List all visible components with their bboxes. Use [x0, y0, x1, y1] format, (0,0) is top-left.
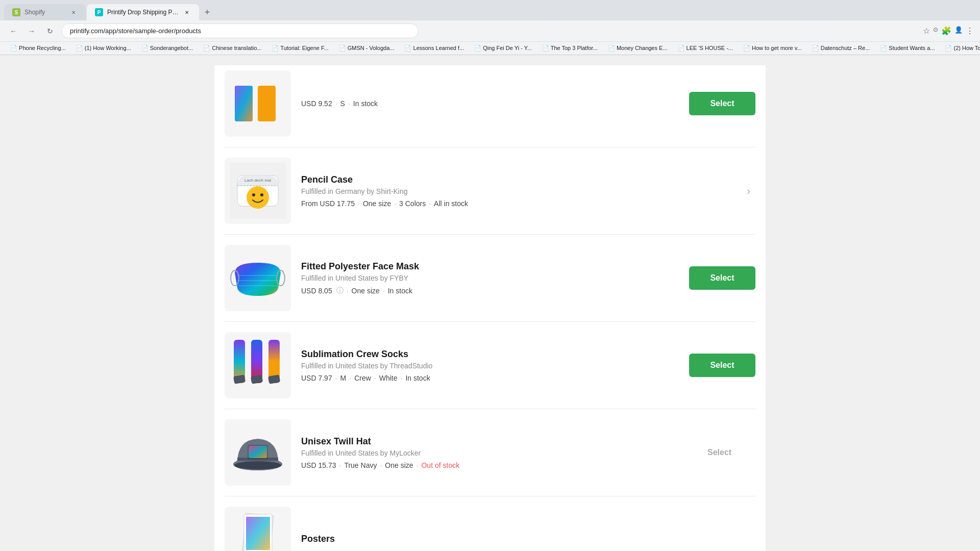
product-fulfilled: Fulfilled in United States by FYBY — [301, 274, 679, 282]
tab-shopify[interactable]: S Shopify ✕ — [4, 4, 86, 20]
bookmark-how-working[interactable]: 📄 (1) How Working... — [72, 44, 135, 53]
select-button[interactable]: Select — [689, 354, 755, 377]
svg-text:Lach dech mal: Lach dech mal — [244, 178, 271, 183]
menu-icon[interactable]: ⋮ — [966, 26, 974, 36]
product-name: Fitted Polyester Face Mask — [301, 261, 679, 272]
product-image-posters — [225, 507, 291, 551]
svg-rect-3 — [258, 86, 276, 121]
refresh-button[interactable]: ↻ — [43, 24, 57, 38]
forward-button[interactable]: → — [24, 24, 39, 38]
product-stock: All in stock — [434, 199, 468, 208]
product-size: M — [340, 374, 347, 382]
product-fulfilled: Fulfilled in United States by ThreadStud… — [301, 362, 679, 370]
product-image — [225, 70, 291, 137]
product-name: Sublimation Crew Socks — [301, 349, 679, 360]
product-image-hat — [225, 419, 291, 486]
zoom-icon: ⊙ — [933, 26, 938, 36]
page-content: USD 9.52 · S · In stock Select — [214, 65, 766, 551]
extension-icon[interactable]: 🧩 — [941, 26, 951, 36]
browser-chrome: S Shopify ✕ P Printify Drop Shipping Pri… — [0, 0, 980, 55]
shopify-favicon: S — [12, 8, 20, 16]
shopify-tab-close[interactable]: ✕ — [69, 8, 78, 16]
product-meta: USD 7.97 · M · Crew · White · In stock — [301, 374, 679, 382]
product-name: Pencil Case — [301, 174, 737, 185]
product-image-pencil-case: Lach dech mal — [225, 158, 291, 224]
printify-favicon: P — [95, 8, 103, 16]
product-color: White — [379, 374, 398, 382]
list-item: Fitted Polyester Face Mask Fulfilled in … — [225, 235, 755, 322]
product-info: USD 9.52 · S · In stock — [301, 99, 679, 108]
product-stock: In stock — [388, 287, 412, 295]
chevron-right-icon: › — [747, 185, 750, 197]
svg-point-31 — [234, 461, 281, 469]
product-stock: Out of stock — [421, 461, 459, 469]
bookmark-tutorial[interactable]: 📄 Tutorial: Eigene F... — [267, 44, 332, 53]
svg-point-9 — [252, 193, 255, 196]
product-name: Unisex Twill Hat — [301, 436, 679, 447]
bookmark-top3[interactable]: 📄 The Top 3 Platfor... — [538, 44, 602, 53]
product-price: USD 8.05 — [301, 287, 332, 295]
svg-rect-2 — [235, 86, 253, 121]
product-fulfilled: Fulfilled in Germany by Shirt-King — [301, 187, 737, 195]
select-button[interactable]: Select — [689, 266, 755, 290]
product-name: Posters — [301, 534, 755, 544]
product-meta: USD 8.05 ⓘ · One size · In stock — [301, 286, 679, 295]
product-colors: 3 Colors — [399, 199, 426, 208]
product-size: S — [340, 99, 345, 108]
product-color: True Navy — [344, 461, 377, 469]
bookmark-gmsn[interactable]: 📄 GMSN - Vologda... — [335, 44, 399, 53]
bookmark-sonderangebot[interactable]: 📄 Sonderangebot... — [137, 44, 197, 53]
list-item: Posters — [225, 496, 755, 551]
bookmark-icon[interactable]: ☆ — [923, 26, 930, 36]
bookmark-lessons[interactable]: 📄 Lessons Learned f... — [400, 44, 468, 53]
tab-printify[interactable]: P Printify Drop Shipping Print o... ✕ — [87, 4, 199, 20]
bookmark-chinese[interactable]: 📄 Chinese translatio... — [199, 44, 265, 53]
bookmark-student[interactable]: 📄 Student Wants a... — [876, 44, 939, 53]
bookmarks-bar: 📄 Phone Recycling... 📄 (1) How Working..… — [0, 41, 980, 55]
product-info-posters: Posters — [301, 534, 755, 546]
product-size: One size — [352, 287, 380, 295]
product-meta: USD 15.73 · True Navy · One size · Out o… — [301, 461, 679, 469]
product-price: USD 9.52 — [301, 99, 332, 108]
bookmark-datenschutz[interactable]: 📄 Datenschutz – Re... — [808, 44, 874, 53]
product-meta: USD 9.52 · S · In stock — [301, 99, 679, 108]
product-price: USD 7.97 — [301, 374, 332, 382]
product-info-hat: Unisex Twill Hat Fulfilled in United Sta… — [301, 436, 679, 469]
product-info-pencil-case: Pencil Case Fulfilled in Germany by Shir… — [301, 174, 737, 208]
select-button-disabled: Select — [689, 441, 755, 464]
product-info-socks: Sublimation Crew Socks Fulfilled in Unit… — [301, 349, 679, 382]
list-item: USD 9.52 · S · In stock Select — [225, 65, 755, 147]
bookmark-qing[interactable]: 📄 Qing Fei De Yi - Y... — [470, 44, 536, 53]
svg-rect-30 — [249, 446, 267, 458]
product-fulfilled: Fulfilled in United States by MyLocker — [301, 449, 679, 457]
product-stock: In stock — [405, 374, 430, 382]
product-stock: In stock — [353, 99, 378, 108]
profile-icon[interactable]: 👤 — [954, 26, 963, 36]
info-dot: ⓘ — [336, 286, 344, 295]
address-bar-row: ← → ↻ printify.com/app/store/sample-orde… — [0, 20, 980, 41]
product-style: Crew — [354, 374, 371, 382]
product-price: From USD 17.75 — [301, 199, 355, 208]
list-item: Unisex Twill Hat Fulfilled in United Sta… — [225, 409, 755, 496]
product-price: USD 15.73 — [301, 461, 336, 469]
product-info-face-mask: Fitted Polyester Face Mask Fulfilled in … — [301, 261, 679, 295]
tab-bar: S Shopify ✕ P Printify Drop Shipping Pri… — [0, 0, 980, 20]
bookmark-how-more[interactable]: 📄 How to get more v... — [739, 44, 806, 53]
list-item: Sublimation Crew Socks Fulfilled in Unit… — [225, 322, 755, 409]
select-button[interactable]: Select — [689, 92, 755, 115]
address-bar[interactable]: printify.com/app/store/sample-order/prod… — [61, 23, 419, 38]
back-button[interactable]: ← — [6, 24, 20, 38]
product-list: USD 9.52 · S · In stock Select — [214, 65, 766, 551]
bookmark-phone-recycling[interactable]: 📄 Phone Recycling... — [6, 44, 70, 53]
shopify-tab-title: Shopify — [24, 9, 65, 16]
printify-tab-close[interactable]: ✕ — [183, 8, 191, 16]
bookmark-how-add[interactable]: 📄 (2) How To Add... — [941, 44, 980, 53]
bookmark-lee[interactable]: 📄 LEE 'S HOUSE -... — [674, 44, 737, 53]
printify-tab-title: Printify Drop Shipping Print o... — [107, 9, 179, 16]
new-tab-button[interactable]: + — [200, 5, 214, 19]
product-image-face-mask — [225, 245, 291, 311]
list-item: Lach dech mal Pencil Case Fulfilled in G… — [225, 147, 755, 235]
svg-point-10 — [260, 193, 263, 196]
svg-rect-35 — [246, 517, 270, 550]
bookmark-money[interactable]: 📄 Money Changes E... — [604, 44, 672, 53]
